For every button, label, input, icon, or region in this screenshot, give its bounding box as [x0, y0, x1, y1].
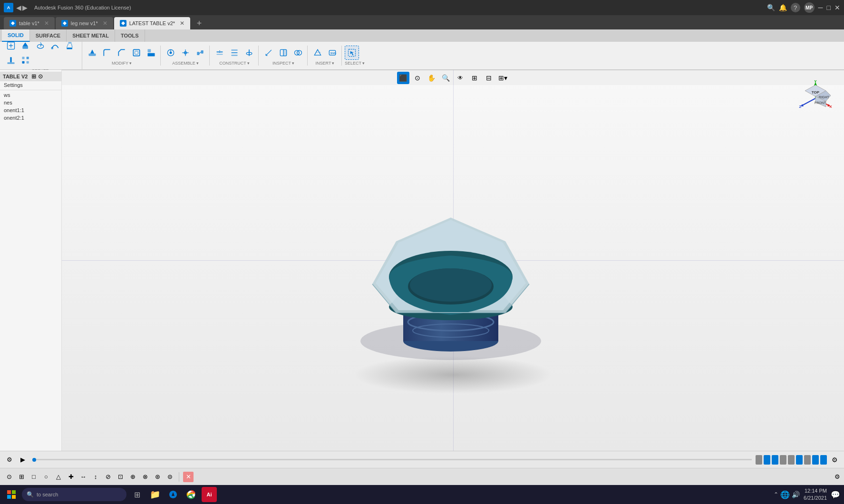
sys-tray-volume[interactable]: 🔊	[792, 491, 800, 498]
timeline-op-3[interactable]	[772, 455, 778, 465]
scale-button[interactable]	[144, 46, 158, 60]
sidebar-item-settings[interactable]: Settings	[0, 81, 61, 89]
forward-arrow[interactable]: ▶	[22, 4, 28, 11]
taskbar-edge[interactable]	[165, 487, 181, 502]
user-avatar[interactable]: MP	[804, 2, 815, 13]
nav-arrows[interactable]: ◀ ▶	[16, 4, 28, 11]
sys-tray-network[interactable]: 🌐	[780, 490, 790, 499]
svg-text:FRONT: FRONT	[815, 101, 826, 105]
sketch-btn-11[interactable]: ⊕	[127, 472, 138, 482]
rigid-group-button[interactable]	[193, 46, 207, 60]
help-icon[interactable]: ?	[791, 3, 800, 12]
sketch-btn-6[interactable]: ✚	[66, 472, 76, 482]
timeline-marker[interactable]	[32, 458, 36, 462]
interference-button[interactable]	[291, 46, 305, 60]
sidebar-item-component2[interactable]: onent2:1	[0, 114, 61, 122]
modify-label: MODIFY ▾	[85, 61, 158, 66]
sketch-btn-1[interactable]: ⊙	[4, 472, 14, 482]
inspect-buttons	[262, 46, 305, 60]
sidebar-icon-2[interactable]: ⊙	[38, 73, 43, 80]
taskview-button[interactable]: ⊞	[129, 487, 145, 502]
sidebar-item-component1[interactable]: onent1:1	[0, 106, 61, 114]
sidebar-item-bodies[interactable]: nes	[0, 99, 61, 106]
loft-button[interactable]	[63, 38, 77, 53]
sketch-btn-9[interactable]: ⊘	[103, 472, 113, 482]
extrude-button[interactable]	[19, 38, 33, 53]
chamfer-button[interactable]	[115, 46, 129, 60]
sketch-btn-3[interactable]: □	[29, 472, 39, 482]
sketch-btn-4[interactable]: ○	[41, 472, 51, 482]
axis-through-button[interactable]	[242, 46, 256, 60]
tab-leg-new-v1[interactable]: leg new v1* ✕	[56, 17, 113, 29]
timeline-op-5[interactable]	[788, 455, 795, 465]
sketch-btn-8[interactable]: ↕	[90, 472, 101, 482]
timeline-play-button[interactable]: ▶	[17, 454, 29, 466]
sketch-btn-10[interactable]: ⊡	[115, 472, 126, 482]
assemble-buttons	[164, 46, 207, 60]
measure-button[interactable]	[262, 46, 276, 60]
sketch-btn-12[interactable]: ⊗	[140, 472, 150, 482]
sketch-btn-13[interactable]: ⊛	[152, 472, 163, 482]
sketch-settings-btn[interactable]: ⚙	[834, 473, 840, 480]
viewport[interactable]: TOP RIGHT FRONT Y X Z ⬛ ⊙ ✋ 🔍	[62, 70, 844, 451]
timeline-op-1[interactable]	[756, 455, 762, 465]
nav-cube[interactable]: TOP RIGHT FRONT Y X Z	[796, 79, 834, 117]
maximize-button[interactable]: □	[827, 4, 831, 11]
timeline-op-8[interactable]	[812, 455, 819, 465]
svg-rect-10	[68, 42, 72, 43]
tab-close-3[interactable]: ✕	[180, 20, 184, 27]
tab-add-button[interactable]: +	[193, 17, 205, 29]
shell-button[interactable]	[129, 46, 144, 60]
joint-button[interactable]	[164, 46, 178, 60]
timeline-items	[756, 455, 827, 465]
timeline-op-6[interactable]	[796, 455, 803, 465]
notification-icon[interactable]: 🔔	[779, 4, 787, 11]
mode-tab-tools[interactable]: TOOLS	[115, 29, 145, 42]
windows-start-button[interactable]	[4, 487, 19, 502]
sketch-btn-14[interactable]: ⊜	[165, 472, 175, 482]
fillet-button[interactable]	[100, 46, 114, 60]
timeline-op-7[interactable]	[804, 455, 811, 465]
offset-plane-button[interactable]	[213, 46, 227, 60]
tab-latest-table-v2[interactable]: LATEST TABLE v2* ✕	[114, 17, 190, 29]
rib-button[interactable]	[4, 53, 18, 67]
joint-origin-button[interactable]	[178, 46, 193, 60]
sys-tray-chevron[interactable]: ⌃	[774, 491, 778, 498]
timeline-op-9[interactable]	[820, 455, 827, 465]
close-button[interactable]: ✕	[834, 4, 840, 11]
timeline-end-settings[interactable]: ⚙	[829, 454, 840, 466]
notification-center-btn[interactable]: 💬	[831, 490, 840, 499]
sidebar-item-ws[interactable]: ws	[0, 91, 61, 99]
pattern-button[interactable]	[19, 53, 33, 67]
component2-label: onent2:1	[4, 115, 24, 121]
taskbar-explorer[interactable]: 📁	[147, 487, 163, 502]
search-icon[interactable]: 🔍	[767, 4, 775, 11]
sketch-btn-5[interactable]: △	[53, 472, 64, 482]
sketch-end-btn[interactable]: ✕	[183, 472, 194, 482]
section-analysis-button[interactable]	[276, 46, 291, 60]
revolve-button[interactable]	[33, 38, 48, 53]
minimize-button[interactable]: ─	[818, 4, 823, 11]
sketch-btn-7[interactable]: ↔	[78, 472, 88, 482]
timeline-settings-btn[interactable]: ⚙	[4, 454, 15, 466]
select-button[interactable]	[345, 46, 359, 60]
insert-mesh-button[interactable]	[310, 46, 325, 60]
tab-close-2[interactable]: ✕	[103, 20, 107, 27]
timeline-op-2[interactable]	[764, 455, 770, 465]
taskbar-search-bar[interactable]: 🔍 to search	[22, 488, 126, 501]
tab-table-v1[interactable]: table v1* ✕	[4, 17, 55, 29]
insert-svg-button[interactable]: SVG	[325, 46, 340, 60]
timeline-track[interactable]	[32, 459, 752, 460]
midplane-button[interactable]	[227, 46, 242, 60]
press-pull-button[interactable]	[85, 46, 99, 60]
new-component-button[interactable]	[4, 38, 18, 53]
tab-close-1[interactable]: ✕	[44, 20, 49, 27]
sweep-button[interactable]	[48, 38, 62, 53]
taskbar-chrome[interactable]	[184, 487, 199, 502]
timeline-op-4[interactable]	[780, 455, 786, 465]
back-arrow[interactable]: ◀	[16, 4, 21, 11]
taskbar-clock[interactable]: 12:14 PM 6/21/2021	[804, 487, 827, 502]
sidebar-icon-1[interactable]: ⊞	[31, 73, 36, 80]
taskbar-acrobat[interactable]: Ai	[202, 487, 217, 502]
sketch-btn-2[interactable]: ⊞	[16, 472, 27, 482]
